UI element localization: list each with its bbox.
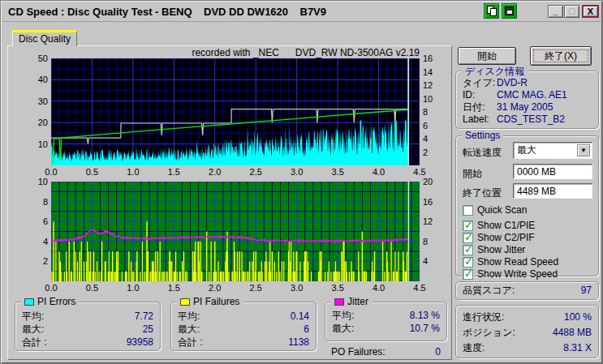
y-left-tick-label: 30 <box>20 96 48 106</box>
y-left-tick-label: 20 <box>20 118 48 127</box>
jitter-swatch <box>334 298 344 306</box>
y-left-tick-label: 4 <box>20 237 48 246</box>
y-right-tick-label: 20 <box>423 177 442 186</box>
y-left-tick-label: 2 <box>20 256 48 266</box>
pi-failures-plot <box>51 182 420 281</box>
stat-row: 平均:7.72 <box>15 310 160 323</box>
x-tick-label: 0.0 <box>39 283 63 293</box>
quality-score-box: 品質スコア:97 <box>455 281 599 300</box>
chevron-down-icon[interactable]: ▼ <box>577 144 590 156</box>
checkbox-box[interactable] <box>463 257 473 268</box>
stop-button[interactable]: 終了(X) <box>530 46 592 66</box>
start-position-input[interactable]: 0000 MB <box>513 164 592 179</box>
checkbox-box[interactable] <box>463 233 473 243</box>
y-left-tick-label: 6 <box>20 216 48 226</box>
disc-info-row: ID:CMC MAG. AE1 <box>456 89 598 101</box>
maximize-button[interactable]: ▢ <box>564 5 579 18</box>
progress-row: 進行状況:100 % <box>456 310 598 325</box>
checkbox-box[interactable] <box>463 245 473 255</box>
disc-info-row: タイプ:DVD-R <box>456 77 598 89</box>
settings-group: Settings 転送速度 最大 ▼ 開始 0000 MB 終了位置 4489 … <box>455 135 599 276</box>
stat-row: 合計 :93958 <box>15 336 160 349</box>
x-tick-label: 2.0 <box>203 167 227 177</box>
po-failures-row: PO Failures:0 <box>325 345 447 358</box>
start-position-label: 開始 <box>463 167 482 181</box>
y-right-tick-label: 6 <box>423 121 442 131</box>
stat-row: 合計 :1138 <box>171 336 316 349</box>
progress-row: 速度:8.31 X <box>456 340 598 356</box>
x-tick-label: 1.0 <box>121 283 145 293</box>
save-icon[interactable] <box>502 3 517 19</box>
x-tick-label: 4.0 <box>367 283 391 293</box>
checkbox-box[interactable] <box>463 205 473 216</box>
y-left-tick-label: 40 <box>20 75 48 84</box>
stat-row: 最大:10.7 % <box>325 322 446 335</box>
x-tick-label: 2.5 <box>243 283 268 293</box>
x-tick-label: 1.5 <box>162 283 186 293</box>
app-window: CD Speed : Disc Quality Test - BENQ DVD … <box>0 0 603 364</box>
y-right-tick-label: 10 <box>423 94 442 104</box>
y-right-tick-label: 2 <box>423 148 442 157</box>
checkbox-show-jitter[interactable]: Show Jitter <box>463 244 525 255</box>
window-title: CD Speed : Disc Quality Test - BENQ DVD … <box>2 6 326 18</box>
y-right-tick-label: 4 <box>423 256 442 266</box>
checkbox-quick-scan[interactable]: Quick Scan <box>463 204 527 216</box>
end-position-input[interactable]: 4489 MB <box>513 183 592 199</box>
x-tick-label: 1.5 <box>162 167 186 177</box>
y-right-tick-label: 12 <box>423 216 442 226</box>
y-right-tick-label: 16 <box>423 54 442 63</box>
checkbox-show-c2-pif[interactable]: Show C2/PIF <box>463 232 535 243</box>
start-button[interactable]: 開始 <box>458 47 516 65</box>
y-left-tick-label: 50 <box>20 54 48 63</box>
x-tick-label: 0.5 <box>80 167 104 177</box>
pi-errors-swatch <box>24 298 34 306</box>
x-tick-label: 3.0 <box>285 167 309 177</box>
settings-title: Settings <box>462 130 503 141</box>
disc-info-group: ディスク情報 タイプ:DVD-R ID:CMC MAG. AE1 日付:31 M… <box>455 71 599 129</box>
stat-row: 平均:8.13 % <box>325 309 446 322</box>
pi-failures-swatch <box>180 298 190 306</box>
transfer-speed-label: 転送速度 <box>463 146 502 160</box>
x-tick-label: 1.0 <box>121 167 145 177</box>
stat-row: 最大:6 <box>171 323 316 336</box>
disc-info-row: 日付:31 May 2005 <box>456 101 598 113</box>
x-tick-label: 3.5 <box>325 167 350 177</box>
jitter-legend: Jitter <box>331 296 372 307</box>
recorded-with-note: recorded with _NEC DVD_RW ND-3500AG v2.1… <box>51 47 420 58</box>
progress-box: 進行状況:100 % ポジション:4488 MB 速度:8.31 X <box>455 305 599 358</box>
end-position-label: 終了位置 <box>463 186 502 200</box>
checkbox-box[interactable] <box>463 269 473 280</box>
x-tick-label: 4.5 <box>407 283 432 293</box>
y-right-tick-label: 8 <box>423 107 442 117</box>
checkbox-box[interactable] <box>463 221 473 231</box>
stat-row: 平均:0.14 <box>171 310 316 323</box>
pi-errors-plot <box>51 58 420 165</box>
pi-failures-legend: PI Failures <box>177 296 243 307</box>
pi-errors-stats-box: PI Errors 平均:7.72 最大:25 合計 :93958 <box>15 302 161 351</box>
checkbox-show-write-speed[interactable]: Show Write Speed <box>463 268 558 280</box>
y-right-tick-label: 12 <box>423 80 442 90</box>
transfer-speed-select[interactable]: 最大 ▼ <box>513 142 592 159</box>
y-left-tick-label: 8 <box>20 197 48 207</box>
checkbox-show-c1-pie[interactable]: Show C1/PIE <box>463 220 535 231</box>
y-right-tick-label: 14 <box>423 67 442 77</box>
x-tick-label: 3.5 <box>325 283 350 293</box>
x-tick-label: 0.5 <box>80 283 104 293</box>
copy-to-clipboard-icon[interactable] <box>484 3 499 19</box>
checkbox-show-read-speed[interactable]: Show Read Speed <box>463 256 558 268</box>
stat-row: 最大:25 <box>15 323 160 336</box>
y-right-tick-label: 8 <box>423 237 442 246</box>
x-tick-label: 3.0 <box>285 283 309 293</box>
disc-info-title: ディスク情報 <box>462 65 528 79</box>
minimize-button[interactable]: _ <box>548 5 563 18</box>
close-button[interactable]: X <box>582 5 599 18</box>
progress-row: ポジション:4488 MB <box>456 325 598 340</box>
tab-disc-quality[interactable]: Disc Quality <box>12 30 77 46</box>
jitter-stats-box: Jitter 平均:8.13 % 最大:10.7 % <box>325 302 447 341</box>
x-tick-label: 0.0 <box>39 167 63 177</box>
y-right-tick-label: 4 <box>423 134 442 143</box>
y-left-tick-label: 10 <box>20 139 48 149</box>
x-tick-label: 2.0 <box>203 283 227 293</box>
y-left-tick-label: 10 <box>20 177 48 186</box>
pi-failures-stats-box: PI Failures 平均:0.14 最大:6 合計 :1138 <box>170 302 317 351</box>
